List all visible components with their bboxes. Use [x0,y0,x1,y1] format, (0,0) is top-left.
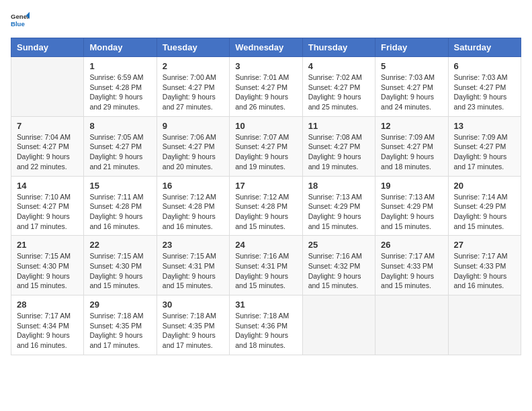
day-info: Sunrise: 7:12 AM Sunset: 4:28 PM Dayligh… [163,192,224,232]
logo: General Blue [11,11,30,30]
day-number: 8 [89,121,150,131]
calendar-cell: 29Sunrise: 7:18 AM Sunset: 4:35 PM Dayli… [84,295,157,355]
day-number: 15 [89,181,150,191]
day-info: Sunrise: 7:06 AM Sunset: 4:27 PM Dayligh… [163,132,224,172]
day-info: Sunrise: 7:17 AM Sunset: 4:34 PM Dayligh… [17,311,78,351]
calendar-cell [448,295,521,355]
day-number: 7 [17,121,78,131]
svg-text:Blue: Blue [11,20,25,28]
day-number: 17 [235,181,296,191]
calendar-cell: 5Sunrise: 7:03 AM Sunset: 4:27 PM Daylig… [375,57,448,117]
calendar-cell: 7Sunrise: 7:04 AM Sunset: 4:27 PM Daylig… [11,116,84,176]
day-info: Sunrise: 7:09 AM Sunset: 4:27 PM Dayligh… [454,132,515,172]
day-info: Sunrise: 6:59 AM Sunset: 4:28 PM Dayligh… [89,73,150,112]
calendar-week-row: 21Sunrise: 7:15 AM Sunset: 4:30 PM Dayli… [11,236,521,295]
day-number: 18 [308,181,369,191]
calendar-week-row: 14Sunrise: 7:10 AM Sunset: 4:27 PM Dayli… [11,176,521,236]
day-info: Sunrise: 7:15 AM Sunset: 4:30 PM Dayligh… [17,251,78,291]
day-number: 31 [235,300,296,310]
day-info: Sunrise: 7:17 AM Sunset: 4:33 PM Dayligh… [381,251,442,291]
day-number: 28 [17,300,78,310]
day-number: 1 [89,61,150,71]
calendar-cell: 1Sunrise: 6:59 AM Sunset: 4:28 PM Daylig… [84,57,157,117]
day-info: Sunrise: 7:14 AM Sunset: 4:29 PM Dayligh… [454,192,515,232]
day-number: 20 [454,181,515,191]
day-info: Sunrise: 7:18 AM Sunset: 4:36 PM Dayligh… [235,311,296,351]
day-number: 24 [235,240,296,250]
day-info: Sunrise: 7:04 AM Sunset: 4:27 PM Dayligh… [17,132,78,172]
day-info: Sunrise: 7:10 AM Sunset: 4:27 PM Dayligh… [17,192,78,232]
weekday-header: Friday [375,38,448,57]
calendar-cell: 12Sunrise: 7:09 AM Sunset: 4:27 PM Dayli… [375,116,448,176]
day-number: 29 [89,300,150,310]
day-info: Sunrise: 7:13 AM Sunset: 4:29 PM Dayligh… [381,192,442,232]
day-number: 9 [163,121,224,131]
day-number: 11 [308,121,369,131]
day-info: Sunrise: 7:03 AM Sunset: 4:27 PM Dayligh… [454,73,515,112]
day-number: 12 [381,121,442,131]
weekday-header: Sunday [11,38,84,57]
day-number: 13 [454,121,515,131]
day-info: Sunrise: 7:16 AM Sunset: 4:31 PM Dayligh… [235,251,296,291]
calendar-cell: 19Sunrise: 7:13 AM Sunset: 4:29 PM Dayli… [375,176,448,236]
day-number: 2 [163,61,224,71]
day-number: 10 [235,121,296,131]
calendar-cell: 18Sunrise: 7:13 AM Sunset: 4:29 PM Dayli… [302,176,375,236]
day-number: 14 [17,181,78,191]
calendar-cell: 24Sunrise: 7:16 AM Sunset: 4:31 PM Dayli… [230,236,302,295]
day-info: Sunrise: 7:01 AM Sunset: 4:27 PM Dayligh… [235,73,296,112]
day-number: 25 [308,240,369,250]
calendar-week-row: 7Sunrise: 7:04 AM Sunset: 4:27 PM Daylig… [11,116,521,176]
calendar-cell: 9Sunrise: 7:06 AM Sunset: 4:27 PM Daylig… [157,116,229,176]
day-number: 27 [454,240,515,250]
calendar-cell: 10Sunrise: 7:07 AM Sunset: 4:27 PM Dayli… [230,116,302,176]
weekday-header: Wednesday [230,38,302,57]
day-info: Sunrise: 7:08 AM Sunset: 4:27 PM Dayligh… [308,132,369,172]
calendar-cell: 22Sunrise: 7:15 AM Sunset: 4:30 PM Dayli… [84,236,157,295]
svg-text:General: General [11,13,30,20]
day-info: Sunrise: 7:07 AM Sunset: 4:27 PM Dayligh… [235,132,296,172]
day-info: Sunrise: 7:03 AM Sunset: 4:27 PM Dayligh… [381,73,442,112]
day-info: Sunrise: 7:11 AM Sunset: 4:28 PM Dayligh… [89,192,150,232]
day-number: 23 [163,240,224,250]
day-number: 21 [17,240,78,250]
calendar-cell: 16Sunrise: 7:12 AM Sunset: 4:28 PM Dayli… [157,176,229,236]
day-number: 16 [163,181,224,191]
weekday-header: Saturday [448,38,521,57]
day-number: 5 [381,61,442,71]
calendar-header: SundayMondayTuesdayWednesdayThursdayFrid… [11,38,521,57]
page-header: General Blue [11,11,521,30]
day-info: Sunrise: 7:15 AM Sunset: 4:30 PM Dayligh… [89,251,150,291]
weekday-header: Monday [84,38,157,57]
calendar-cell: 6Sunrise: 7:03 AM Sunset: 4:27 PM Daylig… [448,57,521,117]
calendar-table: SundayMondayTuesdayWednesdayThursdayFrid… [11,38,521,355]
calendar-cell: 2Sunrise: 7:00 AM Sunset: 4:27 PM Daylig… [157,57,229,117]
day-info: Sunrise: 7:15 AM Sunset: 4:31 PM Dayligh… [163,251,224,291]
calendar-week-row: 1Sunrise: 6:59 AM Sunset: 4:28 PM Daylig… [11,57,521,117]
calendar-cell [11,57,84,117]
calendar-cell: 8Sunrise: 7:05 AM Sunset: 4:27 PM Daylig… [84,116,157,176]
weekday-header: Thursday [302,38,375,57]
calendar-week-row: 28Sunrise: 7:17 AM Sunset: 4:34 PM Dayli… [11,295,521,355]
day-info: Sunrise: 7:16 AM Sunset: 4:32 PM Dayligh… [308,251,369,291]
calendar-cell: 20Sunrise: 7:14 AM Sunset: 4:29 PM Dayli… [448,176,521,236]
calendar-body: 1Sunrise: 6:59 AM Sunset: 4:28 PM Daylig… [11,57,521,355]
day-info: Sunrise: 7:09 AM Sunset: 4:27 PM Dayligh… [381,132,442,172]
day-number: 26 [381,240,442,250]
day-number: 4 [308,61,369,71]
calendar-cell [375,295,448,355]
calendar-cell: 25Sunrise: 7:16 AM Sunset: 4:32 PM Dayli… [302,236,375,295]
calendar-cell [302,295,375,355]
day-number: 6 [454,61,515,71]
calendar-cell: 27Sunrise: 7:17 AM Sunset: 4:33 PM Dayli… [448,236,521,295]
day-info: Sunrise: 7:00 AM Sunset: 4:27 PM Dayligh… [163,73,224,112]
day-info: Sunrise: 7:18 AM Sunset: 4:35 PM Dayligh… [89,311,150,351]
calendar-cell: 17Sunrise: 7:12 AM Sunset: 4:28 PM Dayli… [230,176,302,236]
day-number: 30 [163,300,224,310]
day-info: Sunrise: 7:13 AM Sunset: 4:29 PM Dayligh… [308,192,369,232]
day-info: Sunrise: 7:02 AM Sunset: 4:27 PM Dayligh… [308,73,369,112]
calendar-cell: 31Sunrise: 7:18 AM Sunset: 4:36 PM Dayli… [230,295,302,355]
day-info: Sunrise: 7:05 AM Sunset: 4:27 PM Dayligh… [89,132,150,172]
weekday-row: SundayMondayTuesdayWednesdayThursdayFrid… [11,38,521,57]
weekday-header: Tuesday [157,38,229,57]
